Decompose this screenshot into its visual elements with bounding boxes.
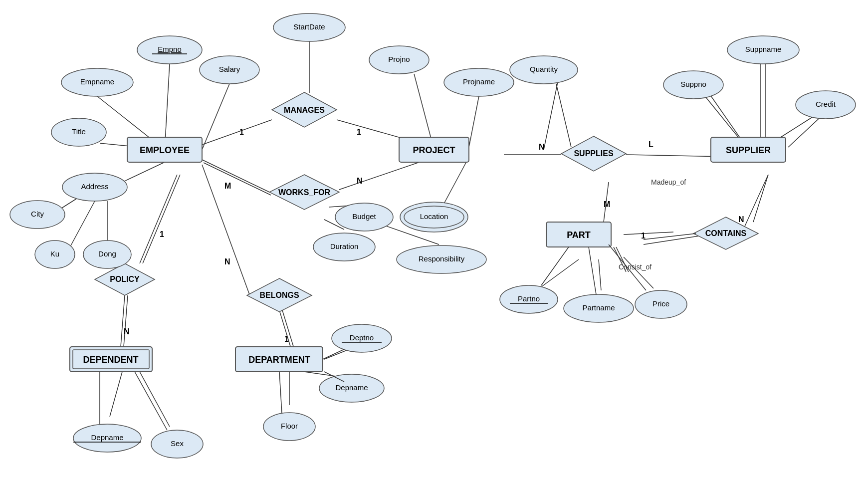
- entity-dependent: DEPENDENT: [70, 347, 152, 372]
- svg-text:Salary: Salary: [219, 65, 240, 73]
- entity-department-label: DEPARTMENT: [248, 355, 310, 365]
- attr-title: Title: [51, 118, 106, 146]
- line-supplier-contains: [743, 175, 768, 230]
- entity-project-label: PROJECT: [413, 145, 455, 155]
- er-diagram: EMPLOYEE PROJECT SUPPLIER PART DEPARTMEN…: [0, 0, 868, 480]
- attr-address: Address: [62, 173, 127, 201]
- entity-part-label: PART: [567, 230, 591, 240]
- card-manages-project: 1: [357, 128, 361, 136]
- svg-text:CONTAINS: CONTAINS: [705, 229, 747, 238]
- svg-text:BELONGS: BELONGS: [259, 291, 299, 299]
- svg-text:Projname: Projname: [463, 77, 495, 86]
- card-manages-employee: 1: [239, 128, 244, 136]
- svg-text:DEPENDENT: DEPENDENT: [83, 355, 138, 365]
- svg-text:Responsibility: Responsibility: [419, 254, 465, 263]
- card-belongs-employee: N: [224, 257, 230, 266]
- svg-text:Duration: Duration: [330, 242, 359, 250]
- relationship-worksfor: WORKS_FOR: [269, 175, 339, 210]
- card-supplies-supplier: L: [649, 140, 653, 149]
- svg-text:Partno: Partno: [518, 294, 540, 303]
- line-supplies-quantity: [544, 77, 559, 150]
- svg-text:Floor: Floor: [281, 422, 298, 430]
- entity-part: PART: [546, 222, 611, 247]
- attr-dong: Dong: [83, 240, 131, 268]
- line-dept-deptno2: [323, 349, 344, 359]
- svg-text:City: City: [31, 210, 44, 218]
- svg-text:Projno: Projno: [388, 55, 410, 63]
- line-employee-policy2: [143, 175, 180, 263]
- svg-text:Empname: Empname: [80, 77, 114, 86]
- label-consist-of: Consist_of: [619, 263, 651, 271]
- card-worksfor-employee: M: [224, 182, 231, 190]
- attr-empname: Empname: [61, 68, 133, 96]
- svg-text:WORKS_FOR: WORKS_FOR: [278, 188, 330, 197]
- line-dept-depname: [304, 372, 339, 377]
- svg-text:Empno: Empno: [158, 45, 182, 53]
- svg-text:POLICY: POLICY: [110, 275, 140, 283]
- attr-partname: Partname: [564, 294, 634, 322]
- line-contains-part2: [644, 234, 696, 240]
- svg-text:Ku: Ku: [50, 249, 59, 258]
- card-policy-dependent: N: [124, 327, 130, 336]
- entity-employee-label: EMPLOYEE: [140, 145, 190, 155]
- line-employee-worksfor1: [202, 160, 269, 192]
- card-belongs-dept: 1: [284, 335, 289, 343]
- relationship-belongs: BELONGS: [247, 278, 312, 312]
- attr-startdate: StartDate: [273, 13, 345, 41]
- svg-text:Deptno: Deptno: [350, 333, 374, 342]
- attr-projname: Projname: [444, 68, 514, 96]
- svg-text:Depname: Depname: [335, 383, 368, 392]
- line-supplier-credit2: [781, 117, 812, 137]
- entity-supplier: SUPPLIER: [711, 137, 786, 162]
- line-project-projname: [469, 96, 479, 147]
- line-part-partname: [599, 259, 601, 290]
- attr-ku: Ku: [35, 240, 75, 268]
- attr-city: City: [10, 201, 65, 229]
- line-part-price: [624, 257, 653, 288]
- line-dept-deptno: [324, 349, 349, 359]
- svg-text:Address: Address: [81, 182, 108, 191]
- attr-depname-dependent: Depname: [73, 424, 141, 452]
- relationship-supplies: SUPPLIES: [561, 136, 626, 171]
- svg-text:StartDate: StartDate: [293, 22, 325, 31]
- card-contains-part: 1: [641, 232, 646, 240]
- line-employee-manages: [202, 120, 272, 145]
- attr-credit: Credit: [796, 91, 856, 119]
- entity-project: PROJECT: [399, 137, 469, 162]
- line-part-madeup: [624, 232, 673, 235]
- svg-text:Quantity: Quantity: [530, 65, 558, 73]
- svg-text:Depname: Depname: [91, 433, 123, 442]
- svg-text:SUPPLIES: SUPPLIES: [574, 149, 613, 158]
- svg-text:Suppname: Suppname: [745, 45, 782, 53]
- line-dependent-sex: [140, 372, 170, 427]
- attr-partno: Partno: [500, 285, 558, 313]
- line-employee-worksfor2: [204, 163, 271, 195]
- attr-salary: Salary: [200, 56, 259, 84]
- entity-employee: EMPLOYEE: [127, 137, 202, 162]
- line-contains-supplier2: [753, 175, 768, 222]
- attr-budget: Budget: [335, 203, 393, 231]
- svg-text:Suppno: Suppno: [680, 80, 706, 88]
- card-policy-employee: 1: [160, 230, 164, 239]
- svg-text:Location: Location: [420, 212, 448, 221]
- attr-responsibility: Responsibility: [397, 245, 486, 273]
- card-contains-supplier: N: [738, 215, 744, 224]
- attr-duration: Duration: [313, 233, 375, 261]
- attr-deptno: Deptno: [332, 324, 392, 352]
- attr-empno: Empno: [137, 36, 202, 64]
- line-employee-policy1: [140, 175, 177, 263]
- svg-text:Price: Price: [652, 299, 669, 308]
- attr-price: Price: [635, 290, 687, 318]
- line-part-partno2: [541, 247, 569, 285]
- line-dependent-depname: [110, 372, 122, 417]
- attr-suppname: Suppname: [727, 36, 799, 64]
- line-dep-sex2: [135, 372, 167, 430]
- svg-text:Title: Title: [72, 127, 86, 136]
- attr-projno: Projno: [369, 46, 429, 74]
- line-part-partno: [541, 259, 579, 287]
- svg-text:Partname: Partname: [582, 303, 615, 312]
- svg-text:Credit: Credit: [816, 100, 836, 108]
- attr-location: Location: [400, 202, 468, 232]
- svg-text:Dong: Dong: [98, 249, 116, 258]
- attr-sex: Sex: [151, 430, 203, 458]
